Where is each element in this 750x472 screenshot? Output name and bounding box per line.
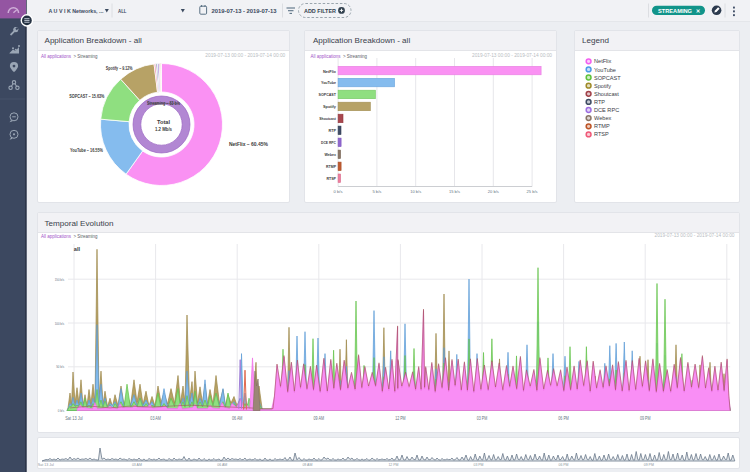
svg-text:Shoutcast: Shoutcast: [319, 116, 336, 121]
svg-text:Legend: Legend: [582, 36, 609, 45]
svg-text:SOPCAST – 15.63%: SOPCAST – 15.63%: [69, 94, 104, 99]
svg-text:09 AM: 09 AM: [314, 416, 325, 421]
svg-text:Webex: Webex: [594, 115, 612, 121]
svg-text:10 b/s: 10 b/s: [410, 189, 422, 194]
svg-text:0 b/s: 0 b/s: [334, 189, 344, 194]
svg-text:06 AM: 06 AM: [232, 416, 243, 421]
svg-text:06 PM: 06 PM: [558, 416, 569, 421]
svg-text:03 PM: 03 PM: [477, 416, 488, 421]
svg-text:NetFlix: NetFlix: [323, 69, 336, 74]
svg-text:DCE RPC: DCE RPC: [321, 140, 337, 145]
svg-text:Spotify: Spotify: [594, 83, 611, 89]
svg-text:03 AM: 03 AM: [132, 462, 142, 467]
svg-text:Spotify: Spotify: [323, 104, 336, 109]
svg-text:all: all: [74, 246, 81, 252]
svg-text:RTMP: RTMP: [594, 123, 610, 129]
svg-text:RTP: RTP: [594, 99, 605, 105]
svg-text:A U V I K Networks, ...: A U V I K Networks, ...: [49, 8, 104, 14]
svg-text:09 AM: 09 AM: [302, 462, 312, 467]
svg-text:09 PM: 09 PM: [640, 416, 651, 421]
svg-text:SOPCAST: SOPCAST: [319, 92, 337, 97]
svg-text:YouTube: YouTube: [594, 67, 616, 73]
svg-text:RTMP: RTMP: [326, 164, 336, 169]
svg-text:100 b/s: 100 b/s: [55, 321, 65, 326]
svg-text:06 AM: 06 AM: [217, 462, 227, 467]
svg-text:2019-07-13 00:00 - 2019-07-14: 2019-07-13 00:00 - 2019-07-14 00:00: [205, 52, 285, 58]
svg-text:ALL: ALL: [118, 8, 127, 14]
svg-text:All applications: All applications: [41, 233, 71, 239]
svg-text:2019-07-13 - 2019-07-13: 2019-07-13 - 2019-07-13: [212, 8, 278, 14]
svg-text:03 AM: 03 AM: [150, 416, 161, 421]
svg-text:Temporal Evolution: Temporal Evolution: [45, 219, 114, 228]
svg-text:Spotify – 9.12%: Spotify – 9.12%: [106, 66, 133, 71]
svg-text:STREAMING: STREAMING: [658, 8, 692, 14]
svg-text:2019-07-13 00:00 - 2019-07-14: 2019-07-13 00:00 - 2019-07-14 00:00: [472, 52, 552, 58]
svg-text:Application Breakdown - all: Application Breakdown - all: [45, 36, 143, 45]
svg-text:2019-07-13 00:00 - 2019-07-14: 2019-07-13 00:00 - 2019-07-14 00:00: [655, 232, 735, 238]
svg-text:RTP: RTP: [329, 128, 337, 133]
svg-text:RTSP: RTSP: [594, 131, 609, 137]
svg-text:09 PM: 09 PM: [644, 462, 654, 467]
svg-text:YouTube: YouTube: [321, 80, 336, 85]
svg-text:YouTube – 16.55%: YouTube – 16.55%: [70, 148, 103, 153]
svg-text:25 b/s: 25 b/s: [527, 189, 539, 194]
svg-text:Sat 13 Jul: Sat 13 Jul: [38, 462, 54, 467]
svg-text:SOPCAST: SOPCAST: [594, 75, 621, 81]
svg-text:> Streaming: > Streaming: [74, 233, 98, 239]
svg-text:> Streaming: > Streaming: [74, 53, 98, 59]
svg-text:0 b/s: 0 b/s: [58, 408, 65, 413]
svg-text:Shoutcast: Shoutcast: [594, 91, 619, 97]
svg-text:NetFlix – 60.45%: NetFlix – 60.45%: [229, 142, 268, 147]
svg-text:5 b/s: 5 b/s: [372, 189, 382, 194]
svg-text:Application Breakdown - all: Application Breakdown - all: [313, 36, 411, 45]
svg-text:20 b/s: 20 b/s: [488, 189, 500, 194]
svg-text:RTSP: RTSP: [327, 176, 337, 181]
svg-text:12 PM: 12 PM: [388, 462, 398, 467]
svg-text:All applications: All applications: [41, 53, 71, 59]
svg-text:12 PM: 12 PM: [395, 416, 406, 421]
svg-text:Sat 13 Jul: Sat 13 Jul: [65, 416, 83, 421]
svg-text:✕: ✕: [696, 8, 701, 14]
svg-text:15 b/s: 15 b/s: [449, 189, 461, 194]
svg-text:> Streaming: > Streaming: [343, 53, 367, 59]
svg-text:DCE RPC: DCE RPC: [594, 107, 619, 113]
svg-text:All applications: All applications: [311, 53, 341, 59]
svg-text:1.2 Mb/s: 1.2 Mb/s: [155, 127, 172, 132]
svg-text:ADD FILTER: ADD FILTER: [304, 8, 336, 14]
svg-text:NetFlix: NetFlix: [594, 58, 612, 64]
svg-text:150 b/s: 150 b/s: [55, 277, 65, 282]
svg-text:50 b/s: 50 b/s: [56, 364, 64, 369]
svg-text:Total: Total: [157, 119, 170, 125]
svg-text:Webex: Webex: [325, 152, 337, 157]
svg-text:03 PM: 03 PM: [474, 462, 484, 467]
svg-text:06 PM: 06 PM: [559, 462, 569, 467]
